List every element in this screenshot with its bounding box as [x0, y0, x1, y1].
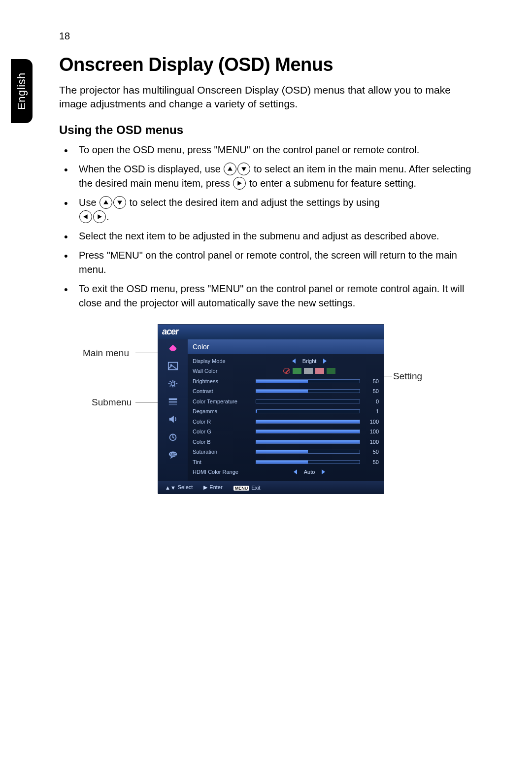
osd-row-control[interactable]: [256, 409, 363, 413]
osd-row[interactable]: Wall Color: [193, 366, 379, 376]
osd-row-control[interactable]: Bright: [256, 358, 363, 364]
osd-row-label: Color G: [193, 429, 256, 434]
osd-row-control[interactable]: [256, 460, 363, 464]
osd-row-label: HDMI Color Range: [193, 469, 256, 475]
osd-footer: ▲▼Select ▶Enter MENUExit: [158, 481, 384, 494]
text-run: When the OSD is displayed, use: [79, 164, 223, 174]
osd-row-label: Display Mode: [193, 358, 256, 364]
text-run: .: [106, 211, 109, 222]
osd-row-label: Brightness: [193, 378, 256, 384]
osd-row-value: 100: [363, 419, 379, 425]
menu-setting-icon[interactable]: [166, 378, 180, 390]
osd-row-label: Saturation: [193, 449, 256, 455]
osd-row-control[interactable]: [256, 379, 363, 383]
brand-logo: acer: [162, 327, 178, 337]
osd-row-label: Degamma: [193, 408, 256, 414]
up-arrow-icon: [100, 196, 112, 209]
bullet-item: Select the next item to be adjusted in t…: [59, 229, 473, 243]
osd-row-control[interactable]: [256, 450, 363, 454]
osd-row-value: 50: [363, 388, 379, 394]
bullet-list: To open the OSD menu, press "MENU" on th…: [59, 143, 473, 310]
text-run: Use: [79, 197, 99, 208]
right-arrow-icon: [233, 177, 246, 190]
right-arrow-icon: [93, 210, 106, 223]
osd-row-value: 50: [363, 449, 379, 455]
osd-row-control[interactable]: Auto: [256, 469, 363, 475]
osd-row-value: 1: [363, 408, 379, 414]
osd-row-label: Color B: [193, 439, 256, 445]
osd-screenshot: acer ABC Color Display ModeBrightWall Co…: [158, 324, 384, 494]
footer-select: ▲▼Select: [165, 484, 193, 491]
osd-row[interactable]: Color G100: [193, 427, 379, 437]
footer-exit: MENUExit: [233, 485, 261, 491]
osd-row[interactable]: Contrast50: [193, 386, 379, 397]
language-tab-label: English: [15, 72, 28, 110]
leader-line: [135, 353, 160, 353]
osd-row-value: 50: [363, 459, 379, 465]
menu-language-icon[interactable]: ABC: [166, 449, 180, 461]
down-arrow-icon: [113, 196, 126, 209]
osd-sidebar: ABC: [158, 339, 188, 481]
menu-management-icon[interactable]: [166, 396, 180, 407]
osd-main: Color Display ModeBrightWall ColorBright…: [188, 339, 384, 481]
osd-row-label: Color R: [193, 419, 256, 425]
bullet-item: To exit the OSD menu, press "MENU" on th…: [59, 282, 473, 310]
osd-row-value: 100: [363, 439, 379, 445]
osd-row-label: Tint: [193, 459, 256, 465]
svg-rect-3: [169, 398, 177, 400]
svg-rect-4: [169, 401, 177, 403]
osd-submenu-title: Color: [188, 339, 384, 354]
osd-row-label: Wall Color: [193, 368, 256, 374]
osd-row-control[interactable]: [256, 399, 363, 403]
osd-row-value: 50: [363, 378, 379, 384]
osd-row-control[interactable]: [256, 389, 363, 393]
osd-row[interactable]: Degamma1: [193, 406, 379, 417]
text-run: to select the desired item and adjust th…: [130, 197, 380, 208]
menu-timer-icon[interactable]: [166, 431, 180, 443]
svg-rect-5: [169, 403, 177, 405]
menu-image-icon[interactable]: [166, 360, 180, 372]
osd-row-control[interactable]: [256, 440, 363, 444]
menu-color-icon[interactable]: [166, 342, 180, 354]
osd-row[interactable]: HDMI Color RangeAuto: [193, 467, 379, 477]
osd-row[interactable]: Color R100: [193, 417, 379, 427]
osd-row[interactable]: Brightness50: [193, 376, 379, 387]
osd-row[interactable]: Color Temperature0: [193, 397, 379, 407]
osd-figure: Main menu Submenu Setting acer A: [59, 324, 473, 516]
osd-row[interactable]: Saturation50: [193, 447, 379, 457]
intro-paragraph: The projector has multilingual Onscreen …: [59, 83, 473, 111]
osd-row-label: Contrast: [193, 388, 256, 394]
svg-text:ABC: ABC: [169, 453, 176, 456]
osd-row[interactable]: Tint50: [193, 457, 379, 467]
callout-setting: Setting: [393, 371, 422, 382]
up-arrow-icon: [224, 163, 236, 175]
language-tab: English: [11, 59, 33, 123]
left-arrow-icon: [79, 210, 92, 223]
osd-row-value: 100: [363, 429, 379, 434]
down-arrow-icon: [237, 163, 250, 175]
osd-row-control[interactable]: [256, 420, 363, 424]
footer-enter: ▶Enter: [203, 484, 222, 491]
page-number: 18: [59, 31, 70, 42]
bullet-item: When the OSD is displayed, use to select…: [59, 162, 473, 191]
osd-body: ABC Color Display ModeBrightWall ColorBr…: [158, 339, 384, 481]
callout-submenu: Submenu: [92, 397, 132, 408]
osd-rows: Display ModeBrightWall ColorBrightness50…: [188, 354, 384, 481]
osd-row[interactable]: Color B100: [193, 437, 379, 447]
svg-point-2: [171, 382, 174, 385]
callout-main-menu: Main menu: [83, 348, 129, 359]
osd-row-value: 0: [363, 398, 379, 404]
bullet-item: Press "MENU" on the control panel or rem…: [59, 248, 473, 277]
text-run: to enter a submenu for feature setting.: [249, 178, 416, 189]
section-title: Using the OSD menus: [59, 123, 473, 137]
osd-row[interactable]: Display ModeBright: [193, 356, 379, 366]
bullet-item: Use to select the desired item and adjus…: [59, 196, 473, 224]
content: Onscreen Display (OSD) Menus The project…: [59, 54, 473, 516]
menu-audio-icon[interactable]: [166, 413, 180, 425]
page: 18 English Onscreen Display (OSD) Menus …: [0, 0, 532, 763]
osd-row-control[interactable]: [256, 368, 363, 374]
osd-row-label: Color Temperature: [193, 398, 256, 404]
bullet-item: To open the OSD menu, press "MENU" on th…: [59, 143, 473, 157]
page-title: Onscreen Display (OSD) Menus: [59, 54, 473, 75]
osd-row-control[interactable]: [256, 430, 363, 433]
